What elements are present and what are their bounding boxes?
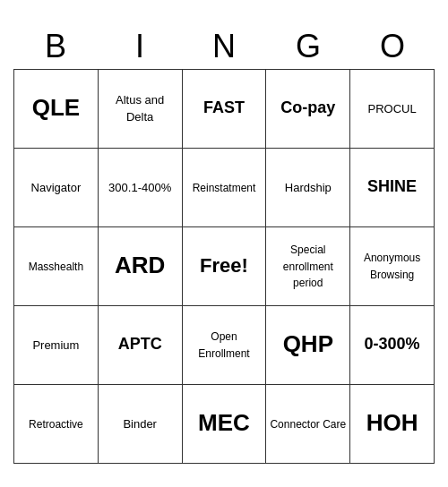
bingo-header: BINGO [13,24,435,69]
table-row: RetroactiveBinderMECConnector CareHOH [14,384,435,463]
cell-text: QHP [283,330,333,357]
table-row: QLEAltus and DeltaFASTCo-payPROCUL [14,69,435,148]
bingo-cell: MEC [182,384,266,463]
bingo-cell: Open Enrollment [182,305,266,384]
bingo-cell: PROCUL [350,69,435,148]
bingo-cell: APTC [98,305,182,384]
bingo-cell: SHINE [350,148,435,226]
cell-text: Navigator [31,181,82,194]
cell-text: MEC [198,409,250,436]
cell-text: Altus and Delta [116,93,164,124]
cell-text: Reinstatment [193,182,256,194]
bingo-cell: ARD [98,226,182,305]
bingo-cell: 300.1-400% [98,148,182,226]
table-row: MasshealthARDFree!Special enrollment per… [14,226,435,305]
bingo-letter: B [13,24,98,69]
cell-text: Co-pay [280,98,335,116]
cell-text: Retroactive [29,418,83,431]
bingo-cell: 0-300% [350,305,435,384]
bingo-letter: G [266,24,350,69]
bingo-cell: Retroactive [14,384,99,463]
bingo-cell: QLE [14,69,99,148]
bingo-cell: Premium [14,305,99,384]
bingo-cell: Navigator [14,148,99,226]
cell-text: 300.1-400% [108,181,171,194]
cell-text: Binder [123,417,157,431]
bingo-cell: Anonymous Browsing [350,226,435,305]
cell-text: PROCUL [367,102,416,115]
cell-text: FAST [203,98,245,116]
cell-text: QLE [32,94,80,121]
cell-text: Anonymous Browsing [364,252,420,281]
cell-text: HOH [366,409,418,436]
bingo-grid: QLEAltus and DeltaFASTCo-payPROCULNaviga… [13,69,435,464]
cell-text: ARD [115,252,165,278]
cell-text: Connector Care [270,418,346,431]
cell-text: Free! [200,254,248,277]
table-row: PremiumAPTCOpen EnrollmentQHP0-300% [14,305,435,384]
cell-text: Masshealth [29,261,83,273]
cell-text: Special enrollment period [283,244,333,289]
cell-text: APTC [118,335,162,353]
bingo-cell: FAST [182,69,266,148]
bingo-cell: HOH [350,384,435,463]
bingo-cell: Co-pay [266,69,350,148]
bingo-cell: Masshealth [14,226,99,305]
cell-text: Premium [32,338,79,352]
bingo-letter: N [182,24,266,69]
cell-text: Hardship [285,181,332,194]
cell-text: SHINE [367,177,417,195]
table-row: Navigator300.1-400%ReinstatmentHardshipS… [14,148,435,226]
bingo-cell: QHP [266,305,350,384]
bingo-cell: Altus and Delta [98,69,182,148]
bingo-cell: Hardship [266,148,350,226]
cell-text: 0-300% [365,335,420,353]
bingo-cell: Reinstatment [182,148,266,226]
bingo-cell: Binder [98,384,182,463]
bingo-letter: O [350,24,435,69]
bingo-cell: Special enrollment period [266,226,350,305]
bingo-letter: I [98,24,182,69]
bingo-cell: Connector Care [266,384,350,463]
cell-text: Open Enrollment [198,330,249,360]
bingo-cell: Free! [182,226,266,305]
